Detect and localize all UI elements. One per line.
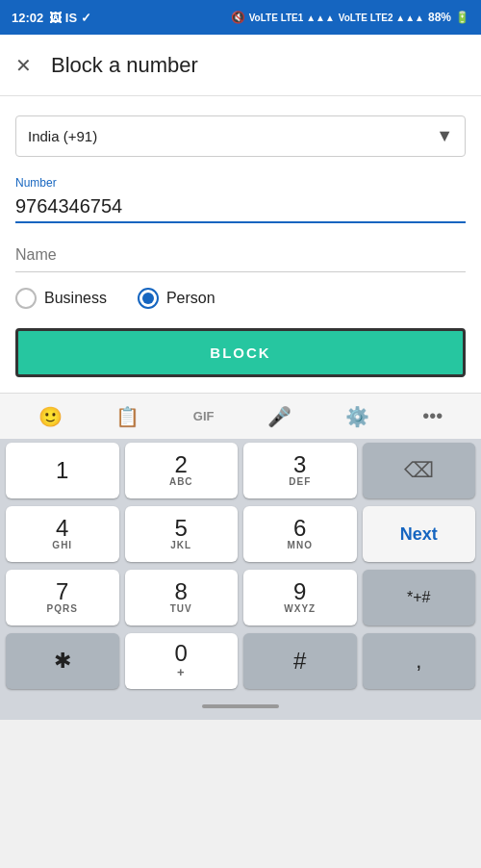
key-4-sub: GHI <box>52 540 72 551</box>
key-9[interactable]: 9 WXYZ <box>243 570 357 625</box>
key-8[interactable]: 8 TUV <box>125 570 239 625</box>
key-2-main: 2 <box>175 453 188 476</box>
bottom-indicator <box>202 704 279 708</box>
key-5-sub: JKL <box>170 540 191 551</box>
key-hash[interactable]: # <box>243 633 357 689</box>
key-7[interactable]: 7 PQRS <box>6 570 119 625</box>
key-7-sub: PQRS <box>47 603 78 615</box>
key-6-sub: MNO <box>288 540 313 551</box>
block-button[interactable]: BLOCK <box>15 328 466 377</box>
key-next-label: Next <box>400 525 438 543</box>
signal-mute-icon: 🔇 <box>231 11 245 24</box>
page-title: Block a number <box>51 53 198 78</box>
key-4[interactable]: 4 GHI <box>6 506 119 562</box>
key-symbols-label: *+# <box>407 590 430 605</box>
name-input[interactable] <box>15 239 466 272</box>
keyboard-toolbar: 🙂 📋 GIF 🎤 ⚙️ ••• <box>0 393 481 439</box>
key-comma-main: , <box>416 651 421 672</box>
country-label: India (+91) <box>28 128 97 144</box>
keyboard-row-3: 7 PQRS 8 TUV 9 WXYZ *+# <box>0 566 481 629</box>
status-bar-right: 🔇 VoLTE LTE1 ▲▲▲ VoLTE LTE2 ▲▲▲ 88% 🔋 <box>231 11 469 24</box>
key-1-main: 1 <box>56 459 68 482</box>
radio-business[interactable]: Business <box>15 288 107 309</box>
key-4-main: 4 <box>56 517 68 540</box>
key-3[interactable]: 3 DEF <box>243 443 357 498</box>
signal-lte2-icon: VoLTE LTE2 ▲▲▲ <box>339 13 424 23</box>
signal-lte-icon: VoLTE LTE1 ▲▲▲ <box>249 13 335 23</box>
key-next[interactable]: Next <box>363 506 476 562</box>
close-button[interactable]: ✕ <box>15 54 32 77</box>
keyboard-row-1: 1 2 ABC 3 DEF ⌫ <box>0 439 481 502</box>
number-input-group: Number <box>15 176 466 223</box>
key-1[interactable]: 1 <box>6 443 119 498</box>
status-bar-left: 12:02 🖼 IS ✓ <box>12 11 91 25</box>
settings-icon[interactable]: ⚙️ <box>338 397 377 436</box>
status-bar: 12:02 🖼 IS ✓ 🔇 VoLTE LTE1 ▲▲▲ VoLTE LTE2… <box>0 0 481 35</box>
key-star[interactable]: ✱ <box>6 633 119 689</box>
key-2[interactable]: 2 ABC <box>125 443 239 498</box>
key-star-main: ✱ <box>54 651 71 672</box>
status-time: 12:02 <box>12 11 43 25</box>
key-2-sub: ABC <box>169 476 193 488</box>
key-6-main: 6 <box>293 517 306 540</box>
key-hash-main: # <box>293 650 306 673</box>
emoji-icon[interactable]: 🙂 <box>31 397 70 436</box>
gif-icon[interactable]: GIF <box>186 401 222 431</box>
radio-person-label: Person <box>166 290 215 307</box>
key-0-main: 0 <box>175 642 188 665</box>
radio-group: Business Person <box>15 288 466 309</box>
radio-person-circle[interactable] <box>138 288 159 309</box>
name-input-group <box>15 239 466 272</box>
key-3-sub: DEF <box>289 476 311 488</box>
country-dropdown[interactable]: India (+91) ▼ <box>15 115 466 157</box>
key-5[interactable]: 5 JKL <box>125 506 239 562</box>
dropdown-arrow-icon: ▼ <box>436 126 453 146</box>
key-8-main: 8 <box>175 580 188 603</box>
more-icon[interactable]: ••• <box>415 397 450 435</box>
battery-icon: 🔋 <box>455 11 469 24</box>
status-icons: 🖼 IS ✓ <box>49 11 91 25</box>
key-0[interactable]: 0 + <box>125 633 239 689</box>
key-5-main: 5 <box>175 517 188 540</box>
radio-person[interactable]: Person <box>138 288 215 309</box>
key-9-main: 9 <box>293 580 306 603</box>
backspace-icon: ⌫ <box>404 458 434 483</box>
bottom-bar <box>0 693 481 720</box>
key-7-main: 7 <box>56 580 68 603</box>
key-8-sub: TUV <box>170 603 192 615</box>
battery-level: 88% <box>428 11 451 24</box>
mic-icon[interactable]: 🎤 <box>260 397 299 436</box>
key-9-sub: WXYZ <box>284 603 316 615</box>
key-backspace[interactable]: ⌫ <box>363 443 476 498</box>
title-bar: ✕ Block a number <box>0 35 481 96</box>
keyboard-row-2: 4 GHI 5 JKL 6 MNO Next <box>0 502 481 566</box>
number-input[interactable] <box>15 191 466 223</box>
keyboard-row-4: ✱ 0 + # , <box>0 629 481 693</box>
key-6[interactable]: 6 MNO <box>243 506 357 562</box>
radio-business-circle[interactable] <box>15 288 37 309</box>
key-symbols[interactable]: *+# <box>363 570 476 625</box>
key-comma[interactable]: , <box>363 633 476 689</box>
keyboard: 1 2 ABC 3 DEF ⌫ 4 GHI 5 JKL 6 MNO Next <box>0 439 481 693</box>
clipboard-icon[interactable]: 📋 <box>108 397 147 436</box>
key-3-main: 3 <box>293 453 306 476</box>
main-content: India (+91) ▼ Number Business Person BLO… <box>0 96 481 393</box>
key-0-sub: + <box>177 665 186 680</box>
number-label: Number <box>15 176 466 190</box>
radio-business-label: Business <box>44 290 107 307</box>
